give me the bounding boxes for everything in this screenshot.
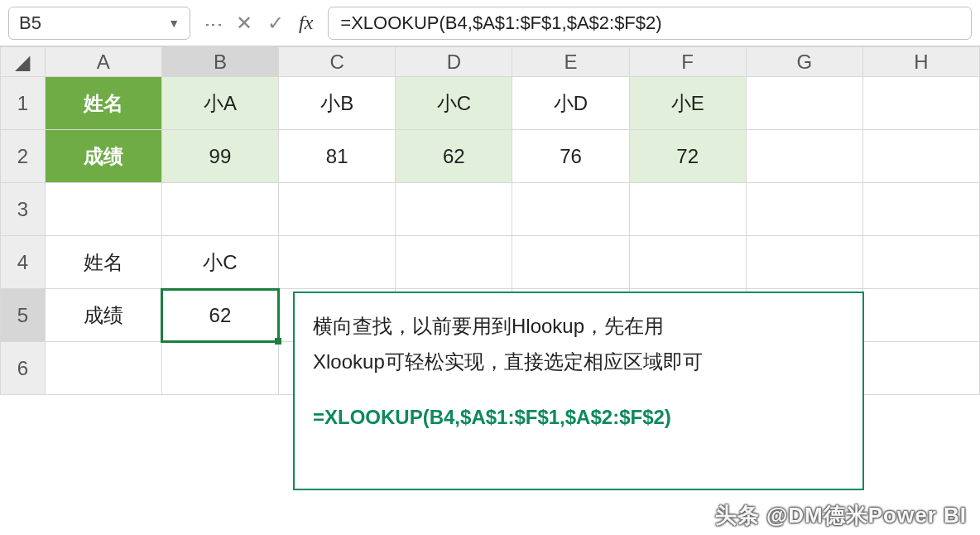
cell-B3[interactable] [161, 183, 278, 236]
cell-H5[interactable] [862, 289, 979, 342]
cell-D1[interactable]: 小C [396, 77, 512, 130]
cell-A5[interactable]: 成绩 [45, 289, 161, 342]
more-icon[interactable]: ⋮ [203, 15, 224, 31]
col-header-H[interactable]: H [862, 47, 979, 77]
col-header-F[interactable]: F [629, 47, 746, 77]
cell-H3[interactable] [862, 183, 979, 236]
chevron-down-icon[interactable]: ▼ [168, 17, 180, 30]
select-all-corner[interactable]: ◢ [1, 47, 46, 77]
cell-E3[interactable] [512, 183, 629, 236]
cancel-icon[interactable]: ✕ [236, 12, 252, 35]
cell-H1[interactable] [862, 77, 979, 130]
cell-A4[interactable]: 姓名 [45, 236, 161, 289]
cell-C2[interactable]: 81 [279, 130, 396, 183]
spreadsheet-grid[interactable]: ◢ A B C D E F G H 1 姓名 小A 小B 小C 小D 小E 2 … [0, 46, 980, 395]
name-box[interactable]: B5 ▼ [8, 7, 190, 40]
cell-G1[interactable] [746, 77, 862, 130]
cell-C3[interactable] [279, 183, 396, 236]
cell-A1[interactable]: 姓名 [45, 77, 161, 130]
callout-formula: =XLOOKUP(B4,$A$1:$F$1,$A$2:$F$2) [313, 399, 844, 435]
fx-icon[interactable]: fx [299, 12, 313, 34]
row-header-6[interactable]: 6 [1, 342, 46, 395]
cell-F1[interactable]: 小E [629, 77, 746, 130]
row-header-2[interactable]: 2 [1, 130, 46, 183]
col-header-G[interactable]: G [746, 47, 862, 77]
col-header-E[interactable]: E [512, 47, 629, 77]
watermark-text: 头条 @DM德米Power BI [715, 501, 967, 530]
cell-B5[interactable]: 62 [161, 289, 278, 342]
cell-H2[interactable] [862, 130, 979, 183]
cell-F2[interactable]: 72 [629, 130, 746, 183]
col-header-D[interactable]: D [396, 47, 512, 77]
row-header-5[interactable]: 5 [1, 289, 46, 342]
enter-icon[interactable]: ✓ [267, 12, 284, 35]
formula-bar: B5 ▼ ⋮ ✕ ✓ fx [0, 0, 980, 46]
cell-F3[interactable] [629, 183, 746, 236]
row-header-4[interactable]: 4 [1, 236, 46, 289]
callout-line1: 横向查找，以前要用到Hlookup，先在用 [313, 308, 844, 344]
cell-B6[interactable] [161, 342, 278, 395]
col-header-C[interactable]: C [279, 47, 396, 77]
name-box-value: B5 [19, 12, 41, 34]
cell-G2[interactable] [746, 130, 862, 183]
cell-G4[interactable] [746, 236, 862, 289]
cell-D4[interactable] [396, 236, 512, 289]
cell-A2[interactable]: 成绩 [45, 130, 161, 183]
cell-E4[interactable] [512, 236, 629, 289]
col-header-B[interactable]: B [161, 47, 278, 77]
cell-E2[interactable]: 76 [512, 130, 629, 183]
cell-E1[interactable]: 小D [512, 77, 629, 130]
cell-D2[interactable]: 62 [396, 130, 512, 183]
annotation-callout: 横向查找，以前要用到Hlookup，先在用 Xlookup可轻松实现，直接选定相… [293, 292, 864, 490]
cell-G3[interactable] [746, 183, 862, 236]
cell-C4[interactable] [279, 236, 396, 289]
col-header-A[interactable]: A [45, 47, 161, 77]
cell-H6[interactable] [862, 342, 979, 395]
cell-A6[interactable] [45, 342, 161, 395]
cell-F4[interactable] [629, 236, 746, 289]
formula-bar-controls: ⋮ ✕ ✓ fx [190, 12, 328, 35]
formula-input[interactable] [328, 7, 972, 40]
cell-D3[interactable] [396, 183, 512, 236]
cell-A3[interactable] [45, 183, 161, 236]
cell-B4[interactable]: 小C [161, 236, 278, 289]
cell-B1[interactable]: 小A [161, 77, 278, 130]
cell-B2[interactable]: 99 [161, 130, 278, 183]
row-header-1[interactable]: 1 [1, 77, 46, 130]
callout-line2: Xlookup可轻松实现，直接选定相应区域即可 [313, 344, 844, 379]
cell-H4[interactable] [862, 236, 979, 289]
row-header-3[interactable]: 3 [1, 183, 46, 236]
cell-C1[interactable]: 小B [279, 77, 396, 130]
